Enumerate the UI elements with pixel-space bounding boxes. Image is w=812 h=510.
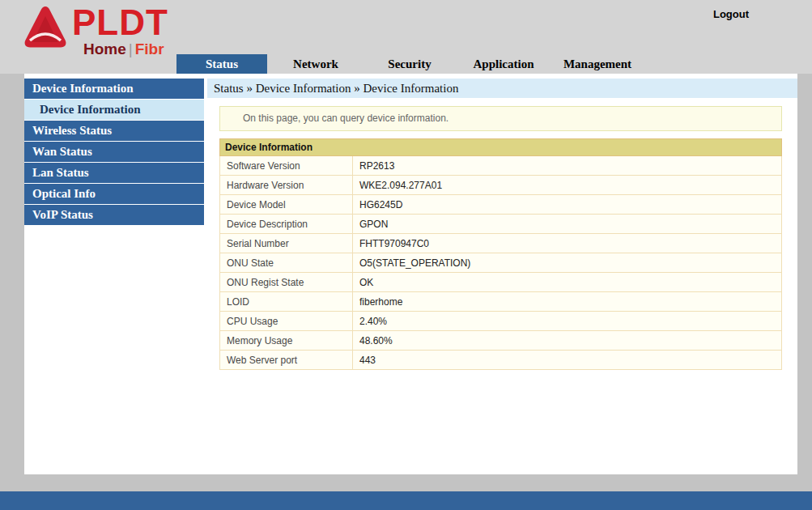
tab-network[interactable]: Network [270,54,361,74]
row-value: 2.40% [353,312,782,331]
row-value: fiberhome [353,292,782,312]
table-row: Device ModelHG6245D [220,195,782,215]
logo-text: PLDT Home|Fibr [72,4,168,58]
row-label: ONU Regist State [220,273,353,292]
sidebar-item-lan-status[interactable]: Lan Status [24,163,204,183]
tab-status[interactable]: Status [176,54,267,74]
row-value: HG6245D [353,195,782,215]
device-info-table: Device Information Software VersionRP261… [219,138,782,370]
brand-separator: | [126,40,135,57]
table-title: Device Information [220,139,782,156]
row-value: WKE2.094.277A01 [353,176,782,195]
row-label: Hardware Version [220,176,353,195]
sidebar-item-wireless-status[interactable]: Wireless Status [24,121,204,141]
row-label: Device Model [220,195,353,215]
row-value: FHTT970947C0 [353,234,782,253]
row-value: OK [353,273,782,292]
device-table-body: Software VersionRP2613Hardware VersionWK… [220,156,782,370]
row-label: Memory Usage [220,331,353,351]
table-row: LOIDfiberhome [220,292,782,312]
sidebar-item-device-information[interactable]: Device Information [24,79,204,99]
sidebar-item-wan-status[interactable]: Wan Status [24,142,204,162]
sidebar-subitem-device-information[interactable]: Device Information [24,100,204,120]
row-value: 48.60% [353,331,782,351]
table-row: Memory Usage48.60% [220,331,782,351]
row-label: CPU Usage [220,312,353,331]
tab-security[interactable]: Security [364,54,455,74]
row-label: Software Version [220,156,353,176]
sidebar: Device InformationDevice InformationWire… [24,79,204,226]
pldt-triangle-icon [23,4,68,51]
row-label: Device Description [220,215,353,234]
nav-tabs: StatusNetworkSecurityApplicationManageme… [176,54,646,74]
tab-application[interactable]: Application [458,54,549,74]
brand-fibr: Fibr [135,40,164,57]
table-row: Device DescriptionGPON [220,215,782,234]
pldt-logo: PLDT Home|Fibr [23,4,168,58]
content-panel: Device InformationDevice InformationWire… [24,74,797,474]
row-value: 443 [353,351,782,370]
row-label: Web Server port [220,351,353,370]
row-label: LOID [220,292,353,312]
table-row: ONU Regist StateOK [220,273,782,292]
row-value: O5(STATE_OPERATION) [353,253,782,273]
table-row: Hardware VersionWKE2.094.277A01 [220,176,782,195]
brand-home: Home [83,40,126,57]
row-value: RP2613 [353,156,782,176]
table-row: Web Server port443 [220,351,782,370]
table-row: Software VersionRP2613 [220,156,782,176]
table-row: Serial NumberFHTT970947C0 [220,234,782,253]
page-header: PLDT Home|Fibr Logout StatusNetworkSecur… [0,0,812,74]
sidebar-item-optical-info[interactable]: Optical Info [24,184,204,204]
row-label: Serial Number [220,234,353,253]
sidebar-item-voip-status[interactable]: VoIP Status [24,205,204,225]
row-value: GPON [353,215,782,234]
logout-button[interactable]: Logout [713,8,749,20]
main-area: Status » Device Information » Device Inf… [207,79,797,370]
brand-subtitle: Home|Fibr [72,40,168,58]
footer-bar [0,491,812,510]
row-label: ONU State [220,253,353,273]
table-row: CPU Usage2.40% [220,312,782,331]
breadcrumb: Status » Device Information » Device Inf… [207,79,797,98]
table-row: ONU StateO5(STATE_OPERATION) [220,253,782,273]
brand-name: PLDT [72,4,168,41]
page-notice: On this page, you can query device infor… [219,106,782,131]
tab-management[interactable]: Management [552,54,643,74]
